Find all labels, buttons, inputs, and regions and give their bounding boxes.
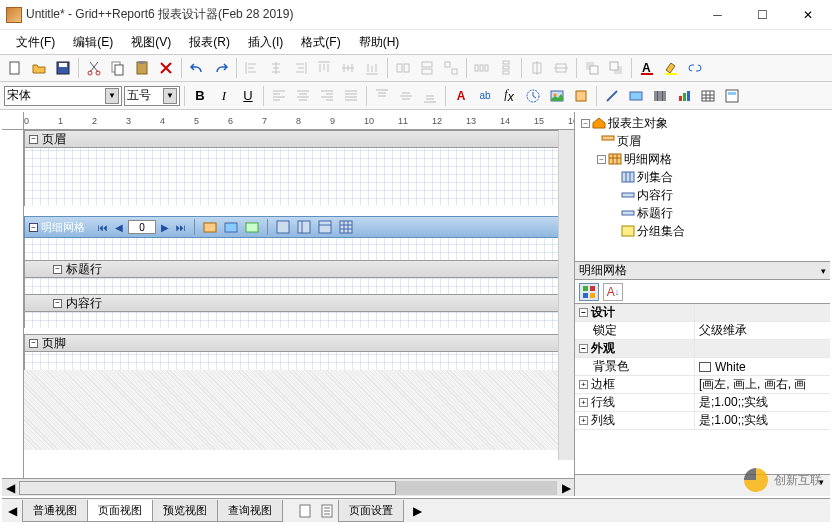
font-fg-button[interactable]: A (636, 57, 658, 79)
delete-button[interactable] (155, 57, 177, 79)
insert-formula-button[interactable]: fx (498, 85, 520, 107)
grid-tool-4[interactable] (274, 219, 292, 235)
menu-file[interactable]: 文件(F) (8, 32, 63, 53)
nav-next-icon[interactable]: ▶ (159, 222, 171, 233)
prop-categorized-button[interactable] (579, 283, 599, 301)
grid-tool-7[interactable] (337, 219, 355, 235)
tree-cols[interactable]: 列集合 (577, 168, 828, 186)
record-index-input[interactable] (128, 220, 156, 234)
insert-table-button[interactable] (697, 85, 719, 107)
section-page-footer[interactable]: −页脚 (24, 334, 574, 352)
center-h-button[interactable] (526, 57, 548, 79)
tab-normal[interactable]: 普通视图 (22, 500, 88, 522)
minimize-button[interactable]: ─ (695, 1, 740, 29)
text-left-button[interactable] (268, 85, 290, 107)
horizontal-scrollbar[interactable]: ◀ ▶ (2, 478, 574, 496)
grid-tool-6[interactable] (316, 219, 334, 235)
valign-bottom-button[interactable] (419, 85, 441, 107)
section-page-header[interactable]: −页眉 (24, 130, 574, 148)
tree-page-header[interactable]: 页眉 (577, 132, 828, 150)
maximize-button[interactable]: ☐ (740, 1, 785, 29)
design-canvas[interactable]: −页眉 − 明细网格 ⏮ ◀ ▶ ⏭ (24, 130, 574, 478)
menu-edit[interactable]: 编辑(E) (65, 32, 121, 53)
insert-sum-button[interactable] (522, 85, 544, 107)
align-center-h-button[interactable] (265, 57, 287, 79)
grid-tool-2[interactable] (222, 219, 240, 235)
nav-first-icon[interactable]: ⏮ (96, 222, 110, 233)
grid-tool-3[interactable] (243, 219, 261, 235)
redo-button[interactable] (210, 57, 232, 79)
menu-view[interactable]: 视图(V) (123, 32, 179, 53)
paste-button[interactable] (131, 57, 153, 79)
text-right-button[interactable] (316, 85, 338, 107)
insert-subreport-button[interactable] (721, 85, 743, 107)
vertical-scrollbar[interactable] (558, 130, 574, 460)
menu-help[interactable]: 帮助(H) (351, 32, 408, 53)
tab-page[interactable]: 页面视图 (87, 500, 153, 522)
align-right-button[interactable] (289, 57, 311, 79)
underline-button[interactable]: U (237, 85, 259, 107)
same-width-button[interactable] (392, 57, 414, 79)
insert-image-button[interactable] (546, 85, 568, 107)
section-title-row[interactable]: −标题行 (24, 260, 574, 278)
align-middle-button[interactable] (337, 57, 359, 79)
tree-title[interactable]: 标题行 (577, 204, 828, 222)
tab-scroll-left[interactable]: ◀ (2, 504, 22, 518)
font-combo[interactable]: 宋体▼ (4, 86, 122, 106)
insert-barcode-button[interactable] (649, 85, 671, 107)
prop-alpha-button[interactable]: A↓ (603, 283, 623, 301)
bring-front-button[interactable] (581, 57, 603, 79)
copy-button[interactable] (107, 57, 129, 79)
undo-button[interactable] (186, 57, 208, 79)
center-v-button[interactable] (550, 57, 572, 79)
tree-groupset[interactable]: 分组集合 (577, 222, 828, 240)
font-bg-button[interactable] (660, 57, 682, 79)
insert-label-button[interactable]: ab (474, 85, 496, 107)
open-button[interactable] (28, 57, 50, 79)
page-setup-icon2[interactable] (316, 501, 338, 521)
section-content-row[interactable]: −内容行 (24, 294, 574, 312)
page-setup-icon1[interactable] (294, 501, 316, 521)
bold-button[interactable]: B (189, 85, 211, 107)
menu-format[interactable]: 格式(F) (293, 32, 348, 53)
insert-line-button[interactable] (601, 85, 623, 107)
tab-preview[interactable]: 预览视图 (152, 500, 218, 522)
close-button[interactable]: ✕ (785, 1, 830, 29)
text-justify-button[interactable] (340, 85, 362, 107)
tab-query[interactable]: 查询视图 (217, 500, 283, 522)
tab-scroll-right[interactable]: ▶ (407, 504, 427, 518)
property-grid[interactable]: −设计 锁定父级维承 −外观 背景色White +边框[画左, 画上, 画右, … (575, 304, 830, 474)
property-panel-header[interactable]: 明细网格▾ (575, 262, 830, 280)
tree-content[interactable]: 内容行 (577, 186, 828, 204)
align-bottom-button[interactable] (361, 57, 383, 79)
grid-tool-1[interactable] (201, 219, 219, 235)
menu-insert[interactable]: 插入(I) (240, 32, 291, 53)
insert-static-button[interactable]: A (450, 85, 472, 107)
link-button[interactable] (684, 57, 706, 79)
align-top-button[interactable] (313, 57, 335, 79)
size-combo[interactable]: 五号▼ (124, 86, 180, 106)
same-height-button[interactable] (416, 57, 438, 79)
vspace-equal-button[interactable] (495, 57, 517, 79)
nav-prev-icon[interactable]: ◀ (113, 222, 125, 233)
insert-rect-button[interactable] (625, 85, 647, 107)
menu-report[interactable]: 报表(R) (181, 32, 238, 53)
send-back-button[interactable] (605, 57, 627, 79)
nav-last-icon[interactable]: ⏭ (174, 222, 188, 233)
grid-tool-5[interactable] (295, 219, 313, 235)
cut-button[interactable] (83, 57, 105, 79)
text-center-button[interactable] (292, 85, 314, 107)
new-button[interactable] (4, 57, 26, 79)
section-detail-grid[interactable]: − 明细网格 ⏮ ◀ ▶ ⏭ (24, 216, 574, 238)
valign-top-button[interactable] (371, 85, 393, 107)
same-size-button[interactable] (440, 57, 462, 79)
italic-button[interactable]: I (213, 85, 235, 107)
align-left-button[interactable] (241, 57, 263, 79)
save-button[interactable] (52, 57, 74, 79)
valign-middle-button[interactable] (395, 85, 417, 107)
hspace-equal-button[interactable] (471, 57, 493, 79)
insert-chart-button[interactable] (673, 85, 695, 107)
insert-shape-button[interactable] (570, 85, 592, 107)
object-tree[interactable]: −报表主对象 页眉 −明细网格 列集合 内容行 标题行 分组集合 (575, 112, 830, 262)
tree-detail[interactable]: −明细网格 (577, 150, 828, 168)
